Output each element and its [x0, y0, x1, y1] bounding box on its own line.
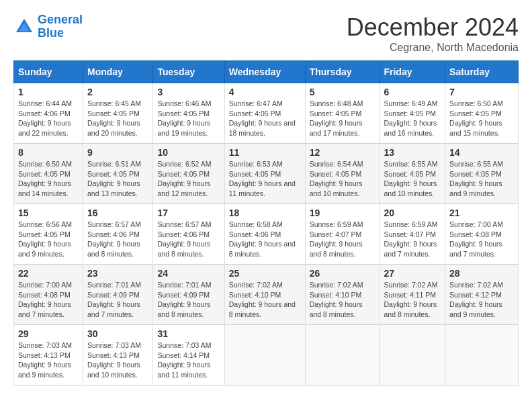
day-info: Sunrise: 6:56 AMSunset: 4:05 PMDaylight:… [18, 220, 79, 259]
day-info: Sunrise: 6:53 AMSunset: 4:05 PMDaylight:… [229, 159, 301, 199]
day-cell: 4 Sunrise: 6:47 AMSunset: 4:05 PMDayligh… [224, 83, 305, 144]
day-cell: 19 Sunrise: 6:59 AMSunset: 4:07 PMDaylig… [305, 204, 380, 265]
day-cell: 17 Sunrise: 6:57 AMSunset: 4:06 PMDaylig… [153, 204, 224, 265]
day-number: 1 [18, 87, 79, 97]
logo-icon [13, 16, 35, 38]
day-cell [380, 325, 445, 385]
day-number: 29 [18, 328, 79, 339]
day-cell: 6 Sunrise: 6:49 AMSunset: 4:05 PMDayligh… [380, 83, 445, 144]
day-info: Sunrise: 6:51 AMSunset: 4:05 PMDaylight:… [87, 159, 148, 199]
day-cell: 16 Sunrise: 6:57 AMSunset: 4:06 PMDaylig… [83, 204, 153, 265]
day-info: Sunrise: 6:54 AMSunset: 4:05 PMDaylight:… [310, 159, 375, 199]
day-info: Sunrise: 6:44 AMSunset: 4:06 PMDaylight:… [18, 99, 79, 138]
day-number: 15 [18, 208, 79, 218]
day-info: Sunrise: 7:00 AMSunset: 4:08 PMDaylight:… [18, 280, 79, 320]
day-number: 10 [157, 147, 220, 158]
day-cell: 8 Sunrise: 6:50 AMSunset: 4:05 PMDayligh… [14, 144, 83, 204]
day-number: 3 [157, 87, 220, 97]
day-info: Sunrise: 6:55 AMSunset: 4:05 PMDaylight:… [449, 159, 514, 199]
day-cell: 28 Sunrise: 7:02 AMSunset: 4:12 PMDaylig… [445, 265, 519, 325]
day-number: 8 [18, 147, 79, 158]
day-cell: 11 Sunrise: 6:53 AMSunset: 4:05 PMDaylig… [224, 144, 305, 204]
day-number: 31 [157, 328, 220, 339]
day-cell: 2 Sunrise: 6:45 AMSunset: 4:05 PMDayligh… [83, 83, 153, 144]
day-number: 24 [157, 268, 220, 279]
week-row-5: 29 Sunrise: 7:03 AMSunset: 4:13 PMDaylig… [14, 325, 519, 385]
day-number: 13 [384, 147, 441, 158]
header-thursday: Thursday [305, 61, 380, 83]
day-info: Sunrise: 6:47 AMSunset: 4:05 PMDaylight:… [229, 99, 301, 138]
day-cell: 24 Sunrise: 7:01 AMSunset: 4:09 PMDaylig… [153, 265, 224, 325]
day-cell: 29 Sunrise: 7:03 AMSunset: 4:13 PMDaylig… [14, 325, 83, 385]
day-cell [224, 325, 305, 385]
day-cell: 26 Sunrise: 7:02 AMSunset: 4:10 PMDaylig… [305, 265, 380, 325]
day-cell: 15 Sunrise: 6:56 AMSunset: 4:05 PMDaylig… [14, 204, 83, 265]
day-cell: 23 Sunrise: 7:01 AMSunset: 4:09 PMDaylig… [83, 265, 153, 325]
day-cell: 25 Sunrise: 7:02 AMSunset: 4:10 PMDaylig… [224, 265, 305, 325]
day-number: 6 [384, 87, 441, 97]
day-cell: 21 Sunrise: 7:00 AMSunset: 4:08 PMDaylig… [445, 204, 519, 265]
day-info: Sunrise: 7:00 AMSunset: 4:08 PMDaylight:… [449, 220, 514, 259]
day-number: 25 [229, 268, 301, 279]
day-number: 26 [310, 268, 375, 279]
day-info: Sunrise: 6:57 AMSunset: 4:06 PMDaylight:… [157, 220, 220, 259]
day-number: 23 [87, 268, 148, 279]
day-info: Sunrise: 6:50 AMSunset: 4:05 PMDaylight:… [449, 99, 514, 138]
day-info: Sunrise: 7:01 AMSunset: 4:09 PMDaylight:… [87, 280, 148, 320]
day-cell [445, 325, 519, 385]
month-title: December 2024 [347, 13, 519, 42]
week-row-1: 1 Sunrise: 6:44 AMSunset: 4:06 PMDayligh… [14, 83, 519, 144]
day-number: 27 [384, 268, 441, 279]
day-cell: 10 Sunrise: 6:52 AMSunset: 4:05 PMDaylig… [153, 144, 224, 204]
day-number: 18 [229, 208, 301, 218]
day-cell: 31 Sunrise: 7:03 AMSunset: 4:14 PMDaylig… [153, 325, 224, 385]
day-cell: 14 Sunrise: 6:55 AMSunset: 4:05 PMDaylig… [445, 144, 519, 204]
header-monday: Monday [83, 61, 153, 83]
day-number: 28 [449, 268, 514, 279]
title-area: December 2024 Cegrane, North Macedonia [347, 13, 519, 54]
day-info: Sunrise: 7:02 AMSunset: 4:10 PMDaylight:… [310, 280, 375, 320]
logo: General Blue [13, 13, 83, 40]
day-cell: 9 Sunrise: 6:51 AMSunset: 4:05 PMDayligh… [83, 144, 153, 204]
header-friday: Friday [380, 61, 445, 83]
day-cell: 18 Sunrise: 6:58 AMSunset: 4:06 PMDaylig… [224, 204, 305, 265]
day-info: Sunrise: 6:55 AMSunset: 4:05 PMDaylight:… [384, 159, 441, 199]
header-saturday: Saturday [445, 61, 519, 83]
day-number: 30 [87, 328, 148, 339]
day-cell [305, 325, 380, 385]
day-cell: 13 Sunrise: 6:55 AMSunset: 4:05 PMDaylig… [380, 144, 445, 204]
day-info: Sunrise: 6:57 AMSunset: 4:06 PMDaylight:… [87, 220, 148, 259]
day-info: Sunrise: 6:49 AMSunset: 4:05 PMDaylight:… [384, 99, 441, 138]
day-cell: 22 Sunrise: 7:00 AMSunset: 4:08 PMDaylig… [14, 265, 83, 325]
header-sunday: Sunday [14, 61, 83, 83]
day-info: Sunrise: 6:58 AMSunset: 4:06 PMDaylight:… [229, 220, 301, 259]
day-info: Sunrise: 6:59 AMSunset: 4:07 PMDaylight:… [384, 220, 441, 259]
day-number: 19 [310, 208, 375, 218]
header: General Blue December 2024 Cegrane, Nort… [13, 13, 519, 54]
day-info: Sunrise: 6:46 AMSunset: 4:05 PMDaylight:… [157, 99, 220, 138]
day-number: 14 [449, 147, 514, 158]
day-info: Sunrise: 7:02 AMSunset: 4:10 PMDaylight:… [229, 280, 301, 320]
calendar-table: SundayMondayTuesdayWednesdayThursdayFrid… [13, 60, 519, 385]
day-headers-row: SundayMondayTuesdayWednesdayThursdayFrid… [14, 61, 519, 83]
day-number: 2 [87, 87, 148, 97]
day-info: Sunrise: 7:03 AMSunset: 4:13 PMDaylight:… [87, 340, 148, 380]
day-info: Sunrise: 7:03 AMSunset: 4:13 PMDaylight:… [18, 340, 79, 380]
header-wednesday: Wednesday [224, 61, 305, 83]
day-cell: 27 Sunrise: 7:02 AMSunset: 4:11 PMDaylig… [380, 265, 445, 325]
day-number: 12 [310, 147, 375, 158]
day-number: 9 [87, 147, 148, 158]
day-cell: 12 Sunrise: 6:54 AMSunset: 4:05 PMDaylig… [305, 144, 380, 204]
day-number: 21 [449, 208, 514, 218]
day-cell: 5 Sunrise: 6:48 AMSunset: 4:05 PMDayligh… [305, 83, 380, 144]
day-number: 5 [310, 87, 375, 97]
day-cell: 3 Sunrise: 6:46 AMSunset: 4:05 PMDayligh… [153, 83, 224, 144]
day-cell: 1 Sunrise: 6:44 AMSunset: 4:06 PMDayligh… [14, 83, 83, 144]
week-row-3: 15 Sunrise: 6:56 AMSunset: 4:05 PMDaylig… [14, 204, 519, 265]
day-number: 7 [449, 87, 514, 97]
day-cell: 30 Sunrise: 7:03 AMSunset: 4:13 PMDaylig… [83, 325, 153, 385]
day-number: 16 [87, 208, 148, 218]
day-number: 22 [18, 268, 79, 279]
day-number: 17 [157, 208, 220, 218]
day-info: Sunrise: 7:02 AMSunset: 4:11 PMDaylight:… [384, 280, 441, 320]
